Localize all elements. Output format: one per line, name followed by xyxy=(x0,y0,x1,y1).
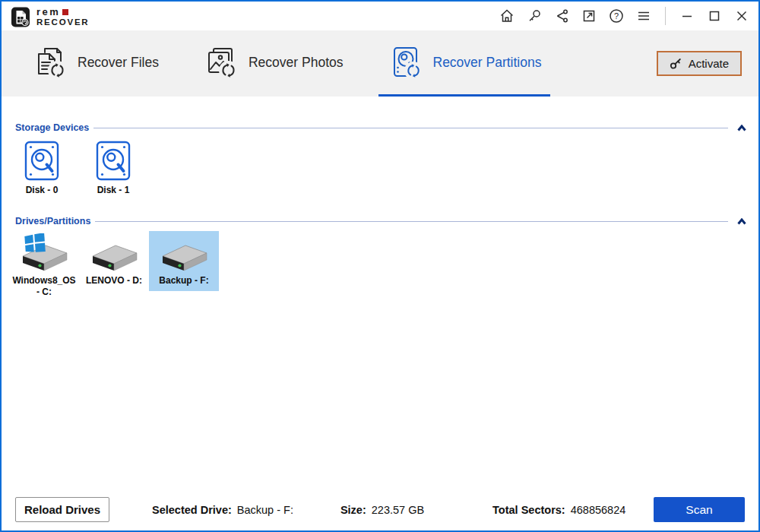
total-sectors-value: 468856824 xyxy=(571,504,626,516)
chevron-up-icon xyxy=(737,218,746,225)
home-icon[interactable] xyxy=(496,5,518,27)
disk-search-icon xyxy=(24,141,59,181)
drive-icon-wrap xyxy=(87,236,141,273)
device-label: Disk - 1 xyxy=(97,185,130,196)
section-storage-devices: Storage Devices xyxy=(2,122,758,196)
scan-button[interactable]: Scan xyxy=(654,497,745,522)
storage-device-disk-0[interactable]: Disk - 0 xyxy=(20,141,64,196)
activate-button[interactable]: Activate xyxy=(657,51,742,76)
drive-lenovo-d[interactable]: LENOVO - D: xyxy=(79,231,149,291)
drive-label: Windows8_OS - C: xyxy=(11,275,78,298)
tab-label: Recover Photos xyxy=(249,55,344,71)
tab-label: Recover Partitions xyxy=(433,55,542,71)
tab-label: Recover Files xyxy=(78,55,159,71)
tab-recover-files[interactable]: Recover Files xyxy=(23,30,168,97)
tab-bar: Recover Files Recover Photos xyxy=(2,30,758,97)
size-field: Size: 223.57 GB xyxy=(340,504,424,516)
drives-list: Windows8_OS - C: LENOVO - D: xyxy=(2,226,758,302)
logo-word-remo: rem xyxy=(36,7,60,17)
drive-windows8-os-c[interactable]: Windows8_OS - C: xyxy=(9,231,79,302)
chevron-up-icon xyxy=(737,125,746,131)
open-external-icon[interactable] xyxy=(578,5,600,27)
license-key-icon[interactable] xyxy=(524,5,545,27)
size-label: Size: xyxy=(340,504,366,516)
collapse-storage-devices-button[interactable] xyxy=(736,122,748,133)
hard-drive-icon xyxy=(157,236,211,273)
disk-search-icon xyxy=(96,141,131,181)
close-button[interactable] xyxy=(731,5,752,27)
storage-devices-list: Disk - 0 Disk - 1 xyxy=(2,133,758,196)
storage-device-disk-1[interactable]: Disk - 1 xyxy=(91,141,135,196)
section-title-storage-devices: Storage Devices xyxy=(15,122,89,133)
logo-red-square xyxy=(62,9,68,15)
section-title-drives-partitions: Drives/Partitions xyxy=(15,216,90,226)
tab-recover-photos[interactable]: Recover Photos xyxy=(194,30,353,97)
activate-label: Activate xyxy=(689,57,729,70)
reload-drives-button[interactable]: Reload Drives xyxy=(15,497,109,522)
document-refresh-icon xyxy=(32,45,67,80)
footer-bar: Reload Drives Selected Drive: Backup - F… xyxy=(2,489,758,530)
selected-drive-value: Backup - F: xyxy=(237,504,293,516)
section-divider-line xyxy=(93,128,728,128)
disk-refresh-icon xyxy=(388,45,423,80)
app-logo: rem RECOVER xyxy=(11,6,89,28)
titlebar-divider xyxy=(665,7,666,25)
total-sectors-label: Total Sectors: xyxy=(492,504,565,516)
hard-drive-icon xyxy=(87,236,141,273)
section-divider-line xyxy=(95,221,728,222)
drive-label: LENOVO - D: xyxy=(86,275,142,287)
maximize-button[interactable] xyxy=(704,5,725,27)
drive-label: Backup - F: xyxy=(159,275,208,287)
help-icon[interactable]: ? xyxy=(606,5,627,27)
main-content: Storage Devices xyxy=(2,97,758,489)
titlebar-actions: ? xyxy=(496,5,752,27)
section-drives-partitions: Drives/Partitions xyxy=(2,216,758,302)
section-header: Storage Devices xyxy=(15,122,748,133)
drive-backup-f[interactable]: Backup - F: xyxy=(149,231,219,291)
windows-drive-icon xyxy=(17,236,71,273)
drive-icon-wrap xyxy=(157,236,211,273)
logo-word-recover: RECOVER xyxy=(36,18,89,27)
photo-refresh-icon xyxy=(203,45,238,80)
svg-text:?: ? xyxy=(614,11,619,21)
size-value: 223.57 GB xyxy=(372,504,424,516)
selected-drive-field: Selected Drive: Backup - F: xyxy=(152,504,293,516)
share-icon[interactable] xyxy=(551,5,572,27)
logo-text: rem RECOVER xyxy=(36,7,89,27)
minimize-button[interactable] xyxy=(676,5,698,27)
tab-recover-partitions[interactable]: Recover Partitions xyxy=(378,30,551,97)
device-label: Disk - 0 xyxy=(26,185,59,196)
key-icon xyxy=(670,57,682,70)
app-window: rem RECOVER ? xyxy=(0,0,760,532)
windows-logo-icon xyxy=(24,233,46,253)
titlebar: rem RECOVER ? xyxy=(2,2,758,30)
menu-icon[interactable] xyxy=(633,5,654,27)
collapse-drives-partitions-button[interactable] xyxy=(736,216,748,226)
logo-badge-icon xyxy=(11,6,31,28)
total-sectors-field: Total Sectors: 468856824 xyxy=(492,504,625,516)
selected-drive-label: Selected Drive: xyxy=(152,504,232,516)
section-header: Drives/Partitions xyxy=(15,216,748,226)
